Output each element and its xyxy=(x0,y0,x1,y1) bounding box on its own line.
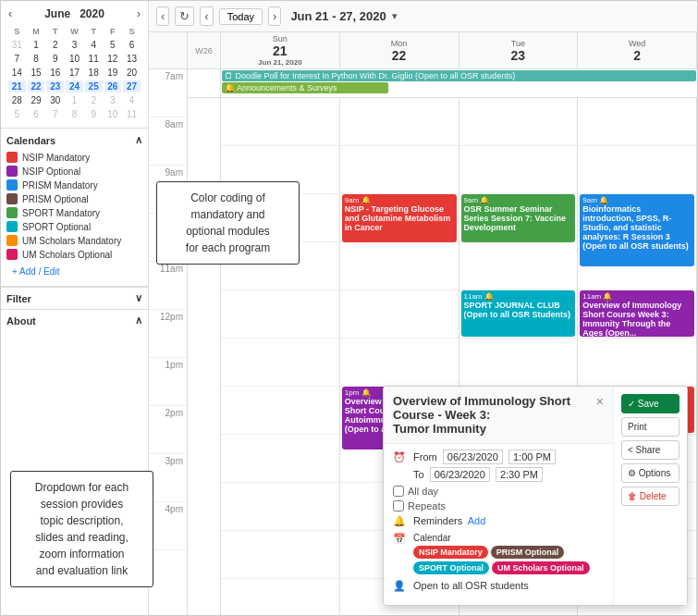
mini-cal-day[interactable]: 5 xyxy=(8,108,26,120)
week-range-dropdown[interactable]: ▾ xyxy=(392,10,398,22)
mini-cal-day[interactable]: 18 xyxy=(85,67,103,79)
filter-label: Filter xyxy=(6,293,31,304)
day-num-tue: 23 xyxy=(511,48,526,63)
mini-cal-day[interactable]: 13 xyxy=(123,53,141,65)
calendar-item[interactable]: UM Scholars Mandatory xyxy=(6,235,142,246)
clock-icon: ⏰ xyxy=(393,451,408,463)
popup-share-btn[interactable]: < Share xyxy=(621,440,680,460)
mini-cal-day[interactable]: 28 xyxy=(8,94,26,106)
mini-cal-day[interactable]: 31 xyxy=(8,39,26,51)
mini-cal-day[interactable]: 12 xyxy=(104,53,122,65)
calendar-item[interactable]: PRISM Optional xyxy=(6,193,142,204)
mini-cal-dow-m: M xyxy=(28,26,45,37)
mini-cal-day[interactable]: 30 xyxy=(46,94,64,106)
mini-calendar: ‹ June 2020 › S M T W T F S xyxy=(1,1,148,129)
event-bioinformatics[interactable]: 9am 🔔 Bioinformatics introduction, SPSS,… xyxy=(580,194,694,266)
mini-cal-day[interactable]: 4 xyxy=(85,39,103,51)
filter-section[interactable]: Filter ∨ xyxy=(1,287,148,309)
mini-cal-day[interactable]: 2 xyxy=(85,94,103,106)
popup-from-date[interactable]: 06/23/2020 xyxy=(443,450,503,464)
mini-cal-day[interactable]: 24 xyxy=(66,80,83,92)
event-time: 9am 🔔 xyxy=(582,196,692,204)
popup-tag[interactable]: PRISM Optional xyxy=(491,546,565,559)
mini-cal-day[interactable]: 19 xyxy=(104,67,122,79)
mini-cal-day[interactable]: 15 xyxy=(28,67,45,79)
popup-delete-btn[interactable]: 🗑 Delete xyxy=(621,487,680,506)
repeats-checkbox[interactable] xyxy=(393,500,404,511)
mini-cal-next[interactable]: › xyxy=(135,6,142,20)
mini-cal-day[interactable]: 5 xyxy=(104,39,122,51)
mini-cal-day[interactable]: 11 xyxy=(123,108,141,120)
all-day-event-doodle[interactable]: 🗒 Doodle Poll for Interest In Python Wit… xyxy=(222,70,696,81)
mini-cal-day[interactable]: 7 xyxy=(46,108,64,120)
popup-to-time[interactable]: 2:30 PM xyxy=(496,467,543,482)
calendar-item[interactable]: PRISM Mandatory xyxy=(6,179,142,191)
mini-cal-day[interactable]: 11 xyxy=(85,53,103,65)
mini-cal-day[interactable]: 9 xyxy=(46,53,64,65)
day-slot xyxy=(459,98,578,146)
popup-tag[interactable]: SPORT Optional xyxy=(413,561,489,574)
add-reminder-link[interactable]: Add xyxy=(468,515,486,526)
toolbar-next-btn[interactable]: › xyxy=(268,6,281,26)
toolbar-today-btn[interactable]: Today xyxy=(219,8,263,25)
mini-cal-day[interactable]: 7 xyxy=(8,53,26,65)
calendars-header[interactable]: Calendars ∧ xyxy=(6,134,142,146)
popup-print-btn[interactable]: Print xyxy=(621,417,680,437)
mini-cal-day[interactable]: 6 xyxy=(123,39,141,51)
toolbar-refresh-btn[interactable]: ↻ xyxy=(175,6,194,26)
popup-from-time[interactable]: 1:00 PM xyxy=(508,450,556,464)
mini-cal-day[interactable]: 26 xyxy=(104,80,122,92)
add-edit-link[interactable]: + Add / Edit xyxy=(6,263,142,280)
calendar-item[interactable]: NSIP Optional xyxy=(6,166,142,177)
calendar-item[interactable]: SPORT Mandatory xyxy=(6,207,142,218)
event-sport-journal[interactable]: 11am 🔔 SPORT JOURNAL CLUB (Open to all O… xyxy=(461,290,576,337)
mini-cal-day[interactable]: 1 xyxy=(28,39,45,51)
time-slot-8am: 8am xyxy=(149,117,187,166)
popup-close-btn[interactable]: × xyxy=(596,394,604,409)
event-nsip-targeting[interactable]: 9am 🔔 NSIP - Targeting Glucose and Gluta… xyxy=(342,194,457,242)
mini-cal-day[interactable]: 3 xyxy=(66,39,83,51)
popup-tag[interactable]: UM Scholars Optional xyxy=(492,561,590,574)
day-slot xyxy=(578,339,696,387)
calendar-color-dot xyxy=(6,207,18,218)
mini-cal-day[interactable]: 29 xyxy=(28,94,45,106)
event-title: OSR Summer Seminar Series Session 7: Vac… xyxy=(464,204,573,232)
all-day-event-announcements[interactable]: 🔔 Announcements & Surveys xyxy=(222,82,388,93)
mini-cal-day[interactable]: 8 xyxy=(28,53,45,65)
mini-cal-day[interactable]: 10 xyxy=(66,53,83,65)
mini-cal-day[interactable]: 10 xyxy=(104,108,122,120)
calendar-item[interactable]: UM Scholars Optional xyxy=(6,249,142,260)
popup-to-date[interactable]: 06/23/2020 xyxy=(430,467,490,482)
mini-cal-day[interactable]: 1 xyxy=(66,94,83,106)
mini-cal-day[interactable]: 27 xyxy=(123,80,141,92)
toolbar-prev-btn[interactable]: ‹ xyxy=(156,6,169,26)
mini-cal-day[interactable]: 2 xyxy=(46,39,64,51)
popup-save-btn[interactable]: ✓ Save xyxy=(621,394,680,413)
all-day-checkbox[interactable] xyxy=(393,486,404,497)
calendar-item[interactable]: NSIP Mandatory xyxy=(6,152,142,163)
mini-cal-day[interactable]: 6 xyxy=(28,108,45,120)
mini-cal-day[interactable]: 20 xyxy=(123,67,141,79)
mini-cal-day[interactable]: 14 xyxy=(8,67,26,79)
mini-cal-day[interactable]: 16 xyxy=(46,67,64,79)
popup-tag[interactable]: NSIP Mandatory xyxy=(413,546,488,559)
time-slot-1pm: 1pm xyxy=(149,358,187,406)
mini-cal-day[interactable]: 17 xyxy=(66,67,83,79)
calendars-collapse-icon[interactable]: ∧ xyxy=(135,134,142,146)
mini-cal-day[interactable]: 4 xyxy=(123,94,141,106)
event-osr-summer[interactable]: 9am 🔔 OSR Summer Seminar Series Session … xyxy=(461,194,576,242)
about-section[interactable]: About ∧ xyxy=(1,309,148,331)
mini-cal-day[interactable]: 23 xyxy=(46,80,64,92)
mini-cal-day[interactable]: 22 xyxy=(28,80,45,92)
mini-cal-day[interactable]: 21 xyxy=(8,80,26,92)
mini-cal-day[interactable]: 8 xyxy=(66,108,83,120)
toolbar-nav-btn[interactable]: ‹ xyxy=(200,6,213,26)
mini-cal-prev[interactable]: ‹ xyxy=(6,6,14,20)
event-immunology-ages[interactable]: 11am 🔔 Overview of Immunology Short Cour… xyxy=(580,290,694,337)
calendar-color-dot xyxy=(6,235,18,246)
popup-options-btn[interactable]: ⚙ Options xyxy=(621,463,680,483)
calendar-item[interactable]: SPORT Optional xyxy=(6,221,142,232)
mini-cal-day[interactable]: 25 xyxy=(85,80,103,92)
mini-cal-day[interactable]: 3 xyxy=(104,94,122,106)
mini-cal-day[interactable]: 9 xyxy=(85,108,103,120)
